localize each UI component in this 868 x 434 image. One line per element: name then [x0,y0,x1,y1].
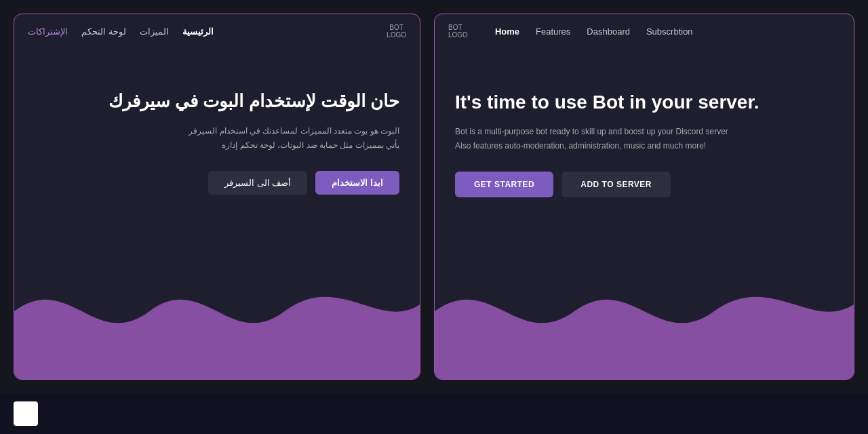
right-logo-line1: BOT [448,24,468,31]
main-area: BOT LOGO الرئيسية الميزات لوحة التحكم ال… [0,0,868,393]
left-wave-decoration [14,243,420,379]
left-nav-subscription[interactable]: الإشتراكات [28,26,68,37]
right-hero: It's time to use Bot in your server. Bot… [435,48,854,211]
right-add-server-button[interactable]: ADD TO SERVER [561,172,671,197]
left-hero-desc: البوت هو بوت متعدد المميزات لمساعدتك في … [35,124,399,152]
right-card: BOT LOGO Home Features Dashboard Subscrb… [434,14,854,380]
right-hero-title: It's time to use Bot in your server. [455,89,794,115]
right-nav-features[interactable]: Features [536,26,570,37]
left-card: BOT LOGO الرئيسية الميزات لوحة التحكم ال… [14,14,420,380]
left-add-server-button[interactable]: أضف الى السيرفر [208,171,307,195]
notch-icon: ✖ [16,401,35,426]
left-nav-links: الرئيسية الميزات لوحة التحكم الإشتراكات [28,26,214,37]
right-get-started-button[interactable]: GET STARTED [455,172,553,197]
left-get-started-button[interactable]: ابدا الاستخدام [315,171,399,195]
right-buttons: GET STARTED ADD TO SERVER [455,172,833,197]
bottom-logo: ✖ [14,401,38,426]
right-nav: BOT LOGO Home Features Dashboard Subscrb… [435,14,854,48]
right-nav-subscription[interactable]: Subscrbtion [646,26,693,37]
right-nav-home[interactable]: Home [495,26,519,37]
right-logo-line2: LOGO [448,31,468,39]
bottom-bar: ✖ [0,393,868,434]
right-nav-links: Home Features Dashboard Subscrbtion [495,26,693,37]
left-hero-title: حان الوقت لإستخدام البوت في سيرفرك [35,89,399,113]
right-nav-dashboard[interactable]: Dashboard [587,26,630,37]
left-nav-home[interactable]: الرئيسية [182,26,214,37]
right-hero-desc: Bot is a multi-purpose bot ready to skil… [455,125,781,153]
left-nav-dashboard[interactable]: لوحة التحكم [81,26,126,37]
left-logo-line1: BOT [387,24,406,31]
left-logo-line2: LOGO [387,31,406,39]
left-nav-features[interactable]: الميزات [140,26,169,37]
right-wave-decoration [435,243,854,379]
left-nav: BOT LOGO الرئيسية الميزات لوحة التحكم ال… [14,14,420,48]
right-logo: BOT LOGO [448,24,468,39]
left-buttons: ابدا الاستخدام أضف الى السيرفر [35,171,399,195]
left-hero: حان الوقت لإستخدام البوت في سيرفرك البوت… [14,48,420,208]
left-logo: BOT LOGO [387,24,406,39]
